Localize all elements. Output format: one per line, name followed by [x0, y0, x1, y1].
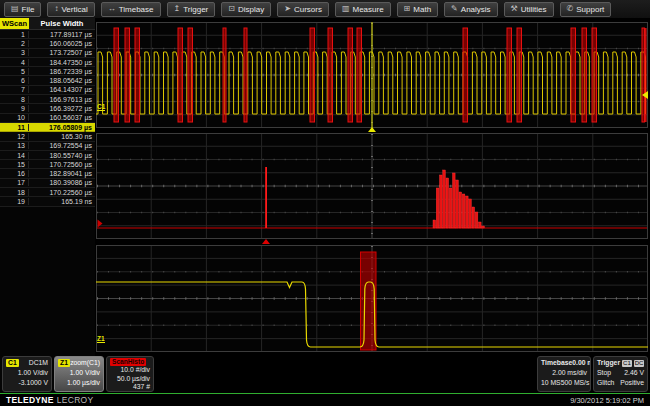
wavescan-row-11[interactable]: 11176.05809 µs [0, 123, 95, 132]
menu-button-cursors[interactable]: ➤Cursors [277, 2, 329, 17]
row-index: 1 [0, 31, 29, 38]
support-icon: ✆ [567, 5, 574, 13]
wavescan-row-17[interactable]: 17180.39086 µs [0, 179, 95, 188]
menu-label: Timebase [119, 5, 154, 14]
wavescan-row-5[interactable]: 5186.72339 µs [0, 67, 95, 76]
trigger-level-marker[interactable] [642, 91, 648, 99]
pulse-width-value: 170.22560 µs [29, 189, 95, 196]
pulse-width-column-header: Pulse Width [29, 18, 95, 29]
pulse-width-value: 169.72554 µs [29, 142, 95, 149]
menu-label: Analysis [461, 5, 491, 14]
pulse-width-value: 186.72339 µs [29, 68, 95, 75]
scanhisto-descriptor-box[interactable]: ScanHisto 10.0 #/div 50.0 µs/div 437 # [106, 356, 154, 392]
trigger-title: Trigger [597, 358, 620, 368]
menu-label: Math [413, 5, 431, 14]
glitch-highlight-bar [310, 28, 315, 122]
histogram-bar [459, 192, 462, 228]
z1-trace-label[interactable]: Z1 [97, 335, 105, 343]
pulse-width-value: 173.72507 µs [29, 49, 95, 56]
histogram-bar [462, 194, 465, 228]
row-index: 15 [0, 161, 29, 168]
menu-button-support[interactable]: ✆Support [560, 2, 612, 17]
wavescan-row-2[interactable]: 2160.06025 µs [0, 39, 95, 48]
math-icon: ⊞ [404, 5, 411, 13]
wavescan-row-3[interactable]: 3173.72507 µs [0, 49, 95, 58]
histogram-bar [449, 188, 452, 228]
menu-button-measure[interactable]: ▥Measure [335, 2, 391, 17]
c1-descriptor-box[interactable]: C1 DC1M 1.00 V/div -3.1000 V [2, 356, 52, 392]
glitch-highlight-bar [357, 28, 362, 122]
wavescan-row-1[interactable]: 1177.89117 µs [0, 30, 95, 39]
wavescan-row-7[interactable]: 7164.14307 µs [0, 86, 95, 95]
wavescan-row-18[interactable]: 18170.22560 µs [0, 188, 95, 197]
scanhisto-badge: ScanHisto [110, 358, 146, 366]
pulse-width-value: 165.19 ns [29, 198, 95, 205]
histogram-bar [456, 180, 459, 228]
row-index: 5 [0, 68, 29, 75]
wavescan-row-8[interactable]: 8166.97613 µs [0, 95, 95, 104]
status-footer: TELEDYNELECROY 9/30/2012 5:19:02 PM [0, 393, 650, 406]
scanhisto-panel[interactable] [96, 133, 648, 239]
histogram-bar [475, 212, 478, 228]
file-icon: ▤ [11, 5, 19, 13]
menu-button-file[interactable]: ▤File [4, 2, 41, 17]
menu-button-timebase[interactable]: ↔Timebase [101, 2, 161, 17]
wavescan-row-4[interactable]: 4184.47350 µs [0, 58, 95, 67]
trigger-mode: Stop [597, 368, 611, 378]
menu-button-analysis[interactable]: ✎Analysis [444, 2, 498, 17]
wavescan-row-12[interactable]: 12165.30 ns [0, 132, 95, 141]
row-index: 13 [0, 142, 29, 149]
trigger-descriptor-box[interactable]: Trigger C1 DC Stop 2.46 V Glitch Positiv… [593, 356, 648, 392]
row-index: 18 [0, 189, 29, 196]
row-index: 12 [0, 133, 29, 140]
z1-descriptor-box[interactable]: Z1 zoom(C1) 1.00 V/div 1.00 µs/div [54, 356, 104, 392]
z1-source: zoom(C1) [70, 358, 100, 368]
wavescan-row-15[interactable]: 15170.72560 µs [0, 160, 95, 169]
c1-vdiv: 1.00 V/div [18, 368, 48, 378]
z1-zoom-panel[interactable] [96, 245, 648, 352]
histogram-parameter-marker[interactable] [262, 239, 270, 244]
menu-button-utilities[interactable]: ⚒Utilities [504, 2, 554, 17]
trigger-position-marker[interactable] [368, 127, 376, 132]
pulse-width-value: 182.89041 µs [29, 170, 95, 177]
pulse-width-value: 176.05809 µs [29, 124, 95, 131]
menu-button-vertical[interactable]: ↕Vertical [47, 2, 94, 17]
cursors-icon: ➤ [284, 5, 291, 13]
scanhisto-baseline-marker[interactable] [98, 220, 103, 228]
timebase-descriptor-box[interactable]: Timebase 0.00 ms 2.00 ms/div 10 MS 500 M… [537, 356, 591, 392]
wavescan-row-14[interactable]: 14180.55740 µs [0, 151, 95, 160]
histogram-bar [453, 173, 456, 228]
pulse-width-value: 177.89117 µs [29, 31, 95, 38]
glitch-highlight-bar [223, 28, 226, 122]
row-index: 19 [0, 198, 29, 205]
row-index: 6 [0, 77, 29, 84]
wavescan-row-10[interactable]: 10160.56037 µs [0, 114, 95, 123]
scanhisto-population: 437 # [133, 383, 150, 391]
menu-label: Measure [352, 5, 383, 14]
menu-button-display[interactable]: ⊡Display [221, 2, 271, 17]
c1-trace-label[interactable]: C1 [97, 103, 105, 111]
wavescan-row-9[interactable]: 9166.39272 µs [0, 104, 95, 113]
wavescan-header-badge[interactable]: WScan [0, 18, 29, 29]
scanhisto-xdiv: 50.0 µs/div [117, 375, 150, 383]
menu-button-trigger[interactable]: ↥Trigger [167, 2, 216, 17]
wavescan-row-6[interactable]: 6188.05642 µs [0, 76, 95, 85]
wavescan-row-16[interactable]: 16182.89041 µs [0, 169, 95, 178]
histogram-bar [469, 199, 472, 228]
glitch-highlight-bar [642, 28, 645, 122]
wavescan-sidebar: WScan Pulse Width 1177.89117 µs2160.0602… [0, 18, 95, 393]
row-index: 10 [0, 114, 29, 121]
pulse-width-value: 160.56037 µs [29, 114, 95, 121]
histogram-bar [443, 170, 446, 228]
timebase-offset: 0.00 ms [572, 358, 591, 368]
pulse-width-value: 165.30 ns [29, 133, 95, 140]
histogram-bar [440, 175, 443, 228]
vertical-icon: ↕ [54, 5, 58, 13]
c1-waveform-panel[interactable] [96, 22, 648, 128]
menu-label: Display [238, 5, 264, 14]
wavescan-row-19[interactable]: 19165.19 ns [0, 197, 95, 206]
menu-button-math[interactable]: ⊞Math [397, 2, 439, 17]
wavescan-row-13[interactable]: 13169.72554 µs [0, 142, 95, 151]
row-index: 17 [0, 179, 29, 186]
row-index: 2 [0, 40, 29, 47]
